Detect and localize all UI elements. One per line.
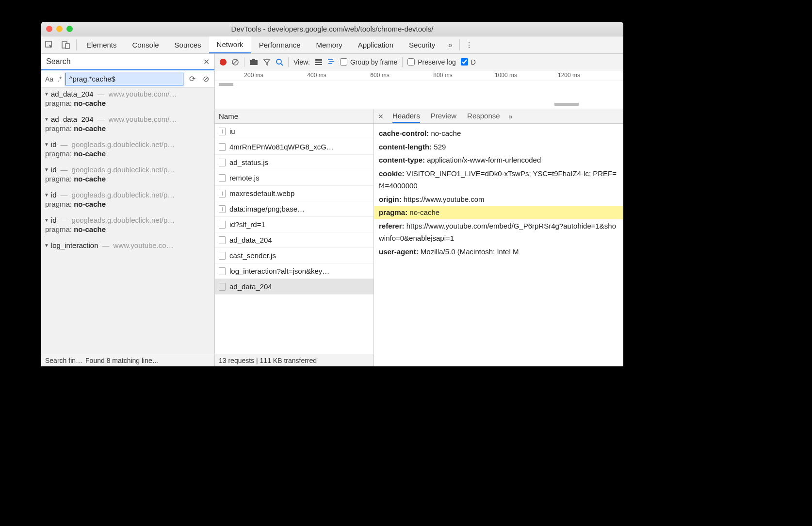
file-icon xyxy=(219,190,226,197)
search-result[interactable]: ▼ad_data_204—www.youtube.com/…pragma: no… xyxy=(41,113,214,138)
header-row[interactable]: referer: https://www.youtube.com/embed/G… xyxy=(374,219,623,245)
detail-tabs-overflow[interactable]: » xyxy=(509,110,513,122)
name-column-header[interactable]: Name xyxy=(215,109,374,124)
search-result[interactable]: ▼id—googleads.g.doubleclick.net/p…pragma… xyxy=(41,189,214,214)
request-row[interactable]: iu xyxy=(215,124,374,139)
header-row[interactable]: cookie: VISITOR_INFO1_LIVE=dDk0-xTswPs; … xyxy=(374,167,623,193)
header-row[interactable]: content-length: 529 xyxy=(374,140,623,154)
search-result[interactable]: ▼id—googleads.g.doubleclick.net/p…pragma… xyxy=(41,138,214,164)
close-detail-button[interactable]: ✕ xyxy=(378,113,384,120)
request-row[interactable]: ad_status.js xyxy=(215,155,374,170)
request-row[interactable]: id?slf_rd=1 xyxy=(215,217,374,232)
header-row[interactable]: content-type: application/x-www-form-url… xyxy=(374,153,623,167)
regex-toggle[interactable]: .* xyxy=(57,75,62,83)
detail-tab-response[interactable]: Response xyxy=(467,110,500,123)
svg-line-4 xyxy=(233,60,237,64)
request-row[interactable]: cast_sender.js xyxy=(215,248,374,263)
file-icon xyxy=(219,205,226,213)
result-match-line[interactable]: pragma: no-cache xyxy=(44,98,211,111)
disable-cache-checkbox[interactable]: D xyxy=(461,58,476,66)
close-search-button[interactable]: ✕ xyxy=(203,57,210,66)
result-match-line[interactable]: pragma: no-cache xyxy=(44,148,211,162)
tab-memory[interactable]: Memory xyxy=(309,36,350,53)
file-icon xyxy=(219,159,226,166)
timeline-overview[interactable]: 200 ms400 ms600 ms800 ms1000 ms1200 ms xyxy=(215,70,623,109)
tab-application[interactable]: Application xyxy=(350,36,401,53)
search-status-b: Found 8 matching line… xyxy=(85,357,159,364)
refresh-search-button[interactable]: ⟳ xyxy=(187,74,197,83)
preserve-log-checkbox[interactable]: Preserve log xyxy=(407,58,456,66)
large-rows-icon[interactable] xyxy=(315,59,323,66)
header-value: application/x-www-form-urlencoded xyxy=(427,156,541,164)
clear-search-button[interactable]: ⊘ xyxy=(201,74,211,83)
kebab-menu-icon[interactable]: ⋮ xyxy=(462,36,476,53)
tabs-overflow-button[interactable]: » xyxy=(443,36,457,53)
header-row[interactable]: origin: https://www.youtube.com xyxy=(374,193,623,206)
request-name: data:image/png;base… xyxy=(229,205,305,213)
device-toggle-icon[interactable] xyxy=(58,36,74,53)
request-row[interactable]: remote.js xyxy=(215,170,374,186)
request-row[interactable]: 4mrRnEPnWo81qWPG8_xcG… xyxy=(215,139,374,155)
search-bar: Aa .* ⟳ ⊘ xyxy=(41,70,214,88)
tab-performance[interactable]: Performance xyxy=(251,36,309,53)
header-value: 529 xyxy=(434,143,446,151)
request-list: Name iu4mrRnEPnWo81qWPG8_xcG…ad_status.j… xyxy=(215,109,374,366)
result-domain: googleads.g.doubleclick.net/p… xyxy=(72,140,175,148)
tab-console[interactable]: Console xyxy=(125,36,167,53)
result-match-line[interactable]: pragma: no-cache xyxy=(44,123,211,136)
result-name: id xyxy=(51,191,57,199)
result-match-line[interactable]: pragma: no-cache xyxy=(44,174,211,187)
tab-elements[interactable]: Elements xyxy=(79,36,125,53)
header-key: user-agent: xyxy=(379,247,419,256)
header-row[interactable]: pragma: no-cache xyxy=(374,206,623,219)
divider xyxy=(402,57,403,67)
divider xyxy=(76,39,77,50)
request-name: ad_data_204 xyxy=(229,282,272,291)
header-row[interactable]: user-agent: Mozilla/5.0 (Macintosh; Inte… xyxy=(374,245,623,259)
inspect-icon[interactable] xyxy=(41,36,58,53)
group-by-frame-checkbox[interactable]: Group by frame xyxy=(340,58,397,66)
search-result[interactable]: ▼log_interaction—www.youtube.co… xyxy=(41,239,214,251)
tab-sources[interactable]: Sources xyxy=(167,36,209,53)
match-case-toggle[interactable]: Aa xyxy=(45,75,53,83)
search-result[interactable]: ▼id—googleads.g.doubleclick.net/p…pragma… xyxy=(41,164,214,189)
filter-icon[interactable] xyxy=(263,58,271,66)
request-row[interactable]: log_interaction?alt=json&key… xyxy=(215,263,374,279)
close-window-button[interactable] xyxy=(46,26,52,32)
header-value: VISITOR_INFO1_LIVE=dDk0-xTswPs; YSC=t9Fh… xyxy=(379,169,617,190)
network-toolbar: View: Group by frame Preserve log D xyxy=(215,54,623,70)
headers-list: cache-control: no-cachecontent-length: 5… xyxy=(374,124,623,366)
search-result[interactable]: ▼ad_data_204—www.youtube.com/…pragma: no… xyxy=(41,88,214,113)
search-status-bar: Search fin… Found 8 matching line… xyxy=(41,354,214,366)
request-name: ad_status.js xyxy=(229,158,268,166)
header-key: content-type: xyxy=(379,156,425,164)
file-icon xyxy=(219,283,226,291)
request-row[interactable]: ad_data_204 xyxy=(215,279,374,295)
result-match-line[interactable]: pragma: no-cache xyxy=(44,199,211,212)
result-match-line[interactable]: pragma: no-cache xyxy=(44,224,211,237)
clear-button[interactable] xyxy=(231,58,239,66)
chevron-down-icon: ▼ xyxy=(44,116,49,122)
panel-tabbar: ElementsConsoleSourcesNetworkPerformance… xyxy=(41,36,623,54)
tab-security[interactable]: Security xyxy=(401,36,443,53)
detail-tabs: ✕ HeadersPreviewResponse » xyxy=(374,109,623,124)
record-button[interactable] xyxy=(220,59,227,66)
search-result[interactable]: ▼id—googleads.g.doubleclick.net/p…pragma… xyxy=(41,214,214,239)
minimize-window-button[interactable] xyxy=(56,26,63,32)
result-name: ad_data_204 xyxy=(51,115,94,123)
detail-tab-preview[interactable]: Preview xyxy=(431,110,456,123)
waterfall-icon[interactable] xyxy=(327,59,335,66)
request-row[interactable]: maxresdefault.webp xyxy=(215,186,374,201)
search-icon[interactable] xyxy=(276,58,283,66)
request-row[interactable]: ad_data_204 xyxy=(215,232,374,248)
chevron-down-icon: ▼ xyxy=(44,142,49,147)
zoom-window-button[interactable] xyxy=(66,26,73,32)
svg-rect-6 xyxy=(252,59,255,61)
header-row[interactable]: cache-control: no-cache xyxy=(374,127,623,140)
screenshot-icon[interactable] xyxy=(249,59,258,66)
request-row[interactable]: data:image/png;base… xyxy=(215,201,374,217)
detail-tab-headers[interactable]: Headers xyxy=(392,110,420,123)
file-icon xyxy=(219,143,226,151)
tab-network[interactable]: Network xyxy=(209,36,251,53)
search-input[interactable] xyxy=(65,73,183,85)
